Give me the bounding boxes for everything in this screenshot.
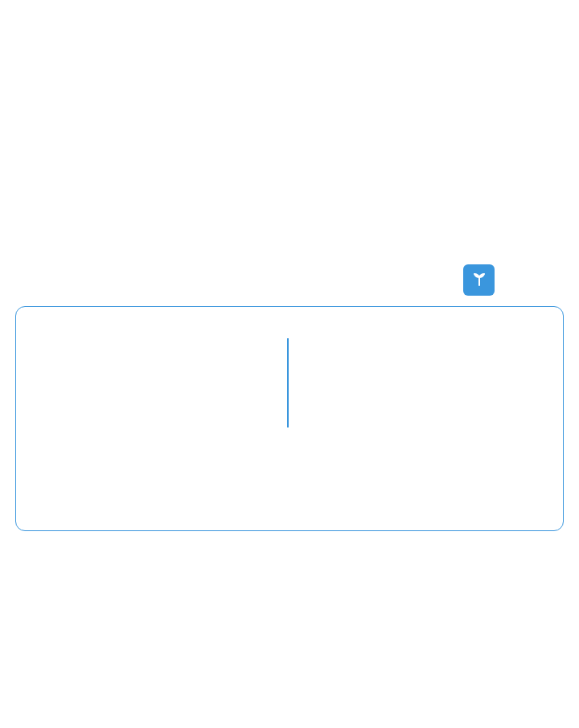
text-input-area[interactable] [15,306,564,531]
tool-button[interactable] [463,264,495,296]
sprout-icon [470,269,489,292]
text-cursor [287,338,289,427]
